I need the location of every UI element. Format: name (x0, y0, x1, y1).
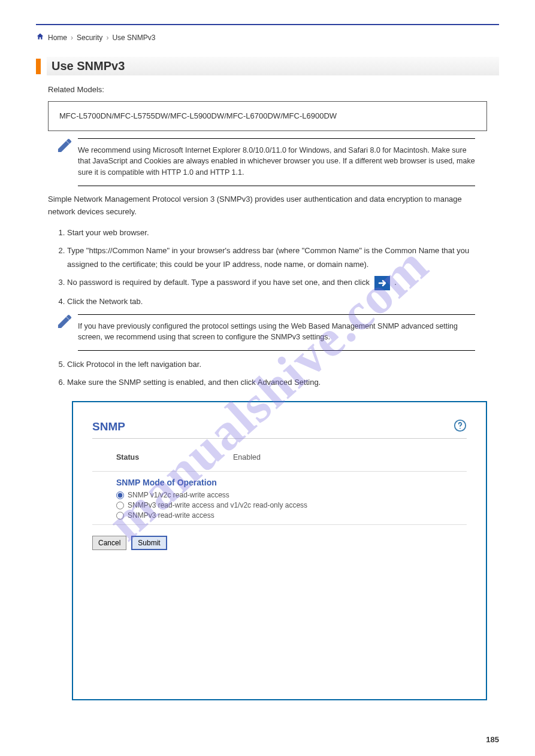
page-number: 185 (486, 735, 499, 744)
panel-title: SNMP (92, 420, 125, 433)
status-value: Enabled (233, 453, 261, 462)
radio-option-1-label: SNMP v1/v2c read-write access (128, 491, 229, 499)
breadcrumb-home[interactable]: Home (48, 34, 67, 42)
chevron-right-icon: › (71, 34, 73, 42)
submit-button[interactable]: Submit (131, 536, 167, 550)
chevron-right-icon: › (106, 34, 108, 42)
pencil-icon (56, 313, 73, 333)
step-6: Make sure the SNMP setting is enabled, a… (67, 376, 487, 389)
mode-heading: SNMP Mode of Operation (116, 478, 467, 487)
home-icon (36, 32, 44, 42)
arrow-right-icon[interactable] (374, 276, 390, 290)
step-3-text-b: . (394, 278, 397, 287)
radio-option-1[interactable]: SNMP v1/v2c read-write access (116, 491, 467, 499)
svg-point-2 (460, 428, 461, 429)
note-snmp: If you have previously configured the pr… (78, 314, 475, 351)
breadcrumb-current: Use SNMPv3 (112, 34, 155, 42)
step-1: Start your web browser. (67, 226, 487, 239)
radio-option-3-label: SNMPv3 read-write access (128, 511, 214, 520)
note-browser: We recommend using Microsoft Internet Ex… (78, 138, 475, 186)
status-row: Status Enabled (92, 448, 467, 466)
radio-v3-rw[interactable] (116, 512, 124, 520)
related-models-label: Related Models: (36, 85, 499, 94)
radio-option-2-label: SNMPv3 read-write access and v1/v2c read… (128, 501, 307, 509)
radio-option-2[interactable]: SNMPv3 read-write access and v1/v2c read… (116, 501, 467, 509)
related-models-box: MFC-L5700DN/MFC-L5755DW/MFC-L5900DW/MFC-… (48, 101, 487, 131)
note-snmp-text: If you have previously configured the pr… (78, 322, 458, 342)
body-text: Simple Network Management Protocol versi… (48, 193, 487, 218)
pencil-icon (56, 137, 73, 157)
steps-list: Start your web browser. Type "https://Co… (67, 226, 487, 308)
radio-v1v2c-rw[interactable] (116, 491, 124, 499)
breadcrumb-security[interactable]: Security (77, 34, 102, 42)
step-3: No password is required by default. Type… (67, 276, 487, 290)
step-2: Type "https://Common Name" in your brows… (67, 244, 487, 271)
accent-bar (36, 59, 41, 74)
breadcrumb: Home › Security › Use SNMPv3 (36, 32, 499, 42)
step-4: Click the Network tab. (67, 295, 487, 308)
cancel-button[interactable]: Cancel (92, 536, 126, 550)
radio-v3-rw-v1v2c-ro[interactable] (116, 502, 124, 509)
section-title: Use SNMPv3 (36, 57, 499, 75)
page-title: Use SNMPv3 (47, 57, 499, 75)
status-label: Status (116, 453, 233, 462)
steps-list-2: Click Protocol in the left navigation ba… (67, 358, 487, 389)
screenshot-panel: SNMP Status Enabled SNMP Mode of Operati… (72, 401, 487, 700)
step-5: Click Protocol in the left navigation ba… (67, 358, 487, 371)
step-3-text-a: No password is required by default. Type… (67, 278, 372, 287)
help-icon[interactable] (454, 419, 467, 435)
radio-option-3[interactable]: SNMPv3 read-write access (116, 511, 467, 520)
note-browser-text: We recommend using Microsoft Internet Ex… (78, 146, 475, 177)
